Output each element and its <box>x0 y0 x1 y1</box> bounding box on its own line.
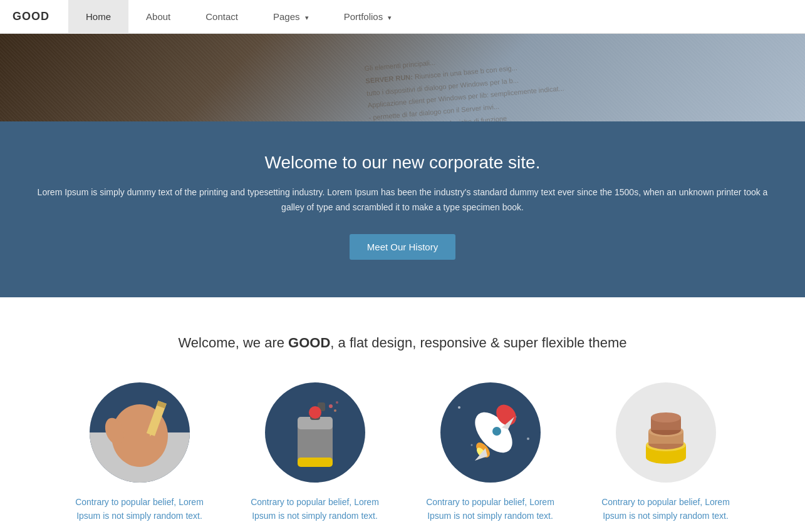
nav-links: Home About Contact Pages ▾ Portfolios ▾ <box>68 0 409 34</box>
card-2: Contrary to popular belief, Lorem Ipsum … <box>240 382 390 532</box>
nav-link-contact[interactable]: Contact <box>188 0 256 34</box>
blue-band-title: Welcome to our new corporate site. <box>25 153 780 173</box>
welcome-heading-pre: Welcome, we are <box>178 335 288 350</box>
nav-link-home[interactable]: Home <box>68 0 128 34</box>
brand-logo: GOOD <box>13 10 49 23</box>
card-4: Contrary to popular belief, Lorem Ipsum … <box>591 382 741 532</box>
portfolios-arrow-icon: ▾ <box>388 14 392 21</box>
svg-rect-8 <box>298 458 333 467</box>
card-2-icon <box>265 382 365 483</box>
cards-row: Contrary to popular belief, Lorem Ipsum … <box>27 382 779 532</box>
svg-point-14 <box>309 406 321 419</box>
card-4-icon <box>616 382 716 483</box>
nav-item-portfolios[interactable]: Portfolios ▾ <box>326 0 410 34</box>
blue-band-description: Lorem Ipsum is simply dummy text of the … <box>27 185 779 215</box>
pages-arrow-icon: ▾ <box>305 14 309 21</box>
card-3-description: Contrary to popular belief, Lorem Ipsum … <box>415 495 566 523</box>
welcome-brand: GOOD <box>288 335 330 350</box>
nav-item-home[interactable]: Home <box>68 0 128 34</box>
nav-link-about[interactable]: About <box>128 0 188 34</box>
cylinder-stack-icon <box>616 382 716 483</box>
rocket-icon <box>440 382 541 483</box>
svg-point-17 <box>470 444 472 446</box>
card-4-description: Contrary to popular belief, Lorem Ipsum … <box>591 495 741 523</box>
card-1-description: Contrary to popular belief, Lorem Ipsum … <box>65 495 215 523</box>
svg-point-21 <box>492 426 502 436</box>
hero-image-strip: Gli elementi principali... SERVER RUN: R… <box>0 34 805 121</box>
svg-point-11 <box>329 404 333 408</box>
hand-pencil-icon <box>90 382 190 483</box>
navbar: GOOD Home About Contact Pages ▾ Portfoli… <box>0 0 805 34</box>
nav-link-portfolios[interactable]: Portfolios ▾ <box>326 0 410 34</box>
meet-history-button[interactable]: Meet Our History <box>350 234 455 260</box>
welcome-heading-post: , a flat design, responsive & super flex… <box>330 335 626 350</box>
nav-item-pages[interactable]: Pages ▾ <box>256 0 326 34</box>
svg-point-13 <box>334 409 336 412</box>
card-3-icon <box>440 382 541 483</box>
card-1-icon <box>90 382 190 483</box>
svg-point-12 <box>336 401 338 404</box>
card-3: Contrary to popular belief, Lorem Ipsum … <box>415 382 566 532</box>
blue-band-section: Welcome to our new corporate site. Lorem… <box>0 121 805 297</box>
svg-point-34 <box>651 412 681 422</box>
nav-link-pages[interactable]: Pages ▾ <box>256 0 326 34</box>
card-1: Contrary to popular belief, Lorem Ipsum … <box>65 382 215 532</box>
svg-point-18 <box>527 437 529 440</box>
svg-point-15 <box>458 406 460 409</box>
nav-item-about[interactable]: About <box>128 0 188 34</box>
welcome-heading: Welcome, we are GOOD, a flat design, res… <box>25 335 780 351</box>
nav-item-contact[interactable]: Contact <box>188 0 256 34</box>
spray-can-icon <box>265 382 365 483</box>
hero-overlay-text: Gli elementi principali... SERVER RUN: R… <box>364 34 745 121</box>
welcome-section: Welcome, we are GOOD, a flat design, res… <box>0 297 805 532</box>
card-2-description: Contrary to popular belief, Lorem Ipsum … <box>240 495 390 523</box>
